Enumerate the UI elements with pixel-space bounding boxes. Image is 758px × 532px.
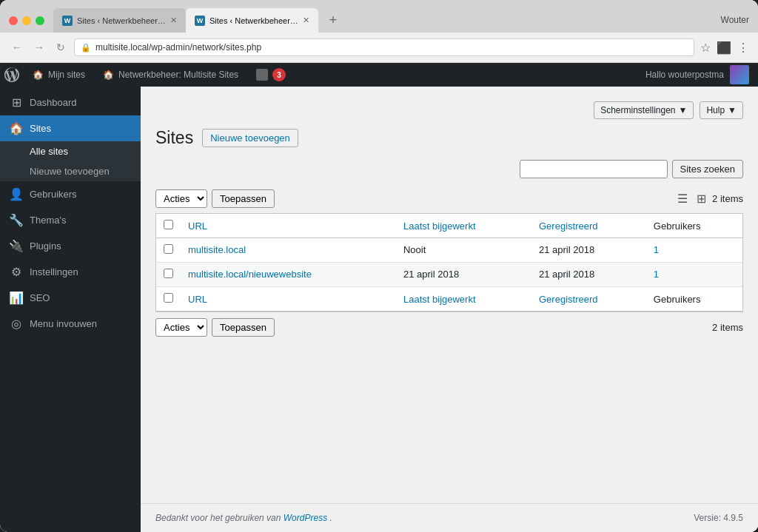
- sidebar-sites-label: Sites: [30, 123, 51, 134]
- sidebar-item-dashboard[interactable]: ⊞ Dashboard: [0, 90, 141, 115]
- tab-favicon-1: W: [62, 16, 73, 26]
- reload-button[interactable]: ↻: [53, 40, 68, 55]
- themas-icon: 🔧: [9, 213, 24, 227]
- items-count-bottom: 2 items: [712, 322, 743, 333]
- sidebar-item-instellingen[interactable]: ⚙ Instellingen: [0, 259, 141, 285]
- forward-button[interactable]: →: [31, 40, 47, 55]
- bulk-actions-select-top[interactable]: Acties: [155, 189, 207, 208]
- user-avatar[interactable]: [730, 65, 749, 84]
- col-header-registered-bottom[interactable]: Geregistreerd: [531, 287, 646, 312]
- bookmark-icon[interactable]: ☆: [700, 41, 711, 55]
- nieuwe-toevoegen-sidebar-label: Nieuwe toevoegen: [30, 166, 110, 177]
- tab-close-1[interactable]: ✕: [170, 16, 177, 25]
- new-tab-button[interactable]: +: [318, 8, 348, 33]
- sidebar-item-seo[interactable]: 📊 SEO: [0, 285, 141, 311]
- row-checkbox-2[interactable]: [164, 269, 173, 278]
- sidebar-subitem-nieuwe-toevoegen[interactable]: Nieuwe toevoegen: [0, 161, 141, 181]
- sidebar-item-menu-invouwen[interactable]: ◎ Menu invouwen: [0, 311, 141, 337]
- table-row: multisite.local Nooit 21 april 2018 1: [156, 238, 742, 263]
- network-icon: 🏠: [103, 70, 114, 80]
- dashboard-icon: ⊞: [9, 95, 24, 110]
- sites-table: URL Laatst bijgewerkt Geregistreerd Gebr…: [156, 214, 742, 312]
- table-row: multisite.local/nieuwewebsite 21 april 2…: [156, 263, 742, 287]
- list-view-icon[interactable]: ☰: [674, 189, 691, 209]
- extension-icon[interactable]: ⬛: [717, 41, 731, 55]
- back-button[interactable]: ←: [9, 40, 25, 55]
- site-registered-2: 21 april 2018: [531, 263, 646, 287]
- bulk-actions-select-bottom[interactable]: Acties: [155, 318, 207, 337]
- sidebar-dashboard-label: Dashboard: [30, 97, 77, 108]
- help-chevron: ▼: [728, 105, 737, 115]
- tab-label-1: Sites ‹ Netwerkbeheer: Multisi…: [77, 16, 166, 25]
- browser-user-label: Wouter: [712, 10, 749, 33]
- tab-favicon-2: W: [195, 16, 205, 26]
- site-users-1[interactable]: 1: [654, 244, 659, 255]
- network-label: Netwerkbeheer: Multisite Sites: [118, 70, 238, 80]
- maximize-button[interactable]: [36, 16, 44, 25]
- scherminstellingen-label: Scherminstellingen: [600, 105, 675, 115]
- help-label: Hulp: [706, 105, 725, 115]
- search-button[interactable]: Sites zoeken: [672, 160, 743, 178]
- browser-tab-2[interactable]: W Sites ‹ Netwerkbeheer: Multisi… ✕: [186, 8, 318, 33]
- instellingen-icon: ⚙: [9, 265, 24, 279]
- search-input[interactable]: [520, 160, 668, 178]
- select-all-checkbox-bottom[interactable]: [164, 293, 173, 303]
- col-header-users-bottom[interactable]: Gebruikers: [646, 287, 742, 312]
- updraft-icon: [256, 69, 268, 81]
- site-updated-2: 21 april 2018: [396, 263, 531, 287]
- select-all-checkbox-top[interactable]: [164, 220, 173, 229]
- browser-menu-icon[interactable]: ⋮: [737, 41, 749, 55]
- seo-icon: 📊: [9, 291, 24, 305]
- sites-icon: 🏠: [9, 121, 24, 135]
- wordpress-logo-icon: [4, 67, 19, 82]
- tab-close-2[interactable]: ✕: [303, 16, 309, 25]
- help-button[interactable]: Hulp ▼: [700, 101, 743, 119]
- apply-button-top[interactable]: Toepassen: [212, 189, 275, 208]
- col-header-url[interactable]: URL: [181, 214, 396, 238]
- col-header-updated[interactable]: Laatst bijgewerkt: [396, 214, 531, 238]
- page-title: Sites: [155, 128, 193, 148]
- site-url-2[interactable]: multisite.local/nieuwewebsite: [188, 269, 312, 280]
- my-sites-label: Mijn sites: [48, 70, 85, 80]
- scherminstellingen-chevron: ▼: [679, 105, 688, 115]
- bulk-actions-top: Acties Toepassen ☰ ⊞ 2 items: [155, 184, 743, 213]
- adminbar-updraft[interactable]: 3: [247, 63, 295, 87]
- footer-text: Bedankt voor het gebruiken van WordPress…: [155, 513, 332, 523]
- sidebar-menu-invouwen-label: Menu invouwen: [30, 318, 97, 329]
- adminbar-my-sites[interactable]: 🏠 Mijn sites: [24, 63, 94, 87]
- adminbar-network[interactable]: 🏠 Netwerkbeheer: Multisite Sites: [94, 63, 247, 87]
- browser-tab-1[interactable]: W Sites ‹ Netwerkbeheer: Multisi… ✕: [53, 8, 186, 33]
- row-checkbox-1[interactable]: [164, 244, 173, 254]
- site-url-1[interactable]: multisite.local: [188, 244, 246, 255]
- grid-view-icon[interactable]: ⊞: [694, 189, 709, 209]
- sidebar-item-themas[interactable]: 🔧 Thema's: [0, 207, 141, 233]
- sidebar-item-plugins[interactable]: 🔌 Plugins: [0, 233, 141, 259]
- col-header-url-bottom[interactable]: URL: [181, 287, 396, 312]
- minimize-button[interactable]: [22, 16, 31, 25]
- wordpress-footer-link[interactable]: WordPress: [284, 513, 327, 523]
- sidebar-item-sites[interactable]: 🏠 Sites: [0, 115, 141, 141]
- search-bar: Sites zoeken: [155, 160, 743, 178]
- page-header: Sites Nieuwe toevoegen: [155, 128, 743, 148]
- site-users-2[interactable]: 1: [654, 269, 659, 280]
- sidebar-item-gebruikers[interactable]: 👤 Gebruikers: [0, 181, 141, 207]
- menu-invouwen-icon: ◎: [9, 317, 24, 331]
- sidebar-subitem-alle-sites[interactable]: Alle sites: [0, 141, 141, 161]
- scherminstellingen-button[interactable]: Scherminstellingen ▼: [594, 101, 694, 119]
- sidebar-themas-label: Thema's: [30, 215, 66, 226]
- page-footer: Bedankt voor het gebruiken van WordPress…: [141, 503, 758, 532]
- site-registered-1: 21 april 2018: [531, 238, 646, 263]
- col-header-registered[interactable]: Geregistreerd: [531, 214, 646, 238]
- close-button[interactable]: [9, 16, 18, 25]
- wp-logo[interactable]: [0, 63, 24, 87]
- apply-button-bottom[interactable]: Toepassen: [212, 318, 275, 337]
- address-bar[interactable]: multisite.local/wp-admin/network/sites.p…: [95, 42, 688, 53]
- add-new-button[interactable]: Nieuwe toevoegen: [202, 129, 298, 147]
- col-header-updated-bottom[interactable]: Laatst bijgewerkt: [396, 287, 531, 312]
- col-header-users[interactable]: Gebruikers: [646, 214, 742, 238]
- tab-label-2: Sites ‹ Netwerkbeheer: Multisi…: [209, 16, 298, 25]
- sidebar-plugins-label: Plugins: [30, 240, 61, 252]
- alle-sites-label: Alle sites: [30, 146, 68, 157]
- sites-table-wrapper: URL Laatst bijgewerkt Geregistreerd Gebr…: [155, 213, 743, 312]
- sidebar-gebruikers-label: Gebruikers: [30, 189, 77, 200]
